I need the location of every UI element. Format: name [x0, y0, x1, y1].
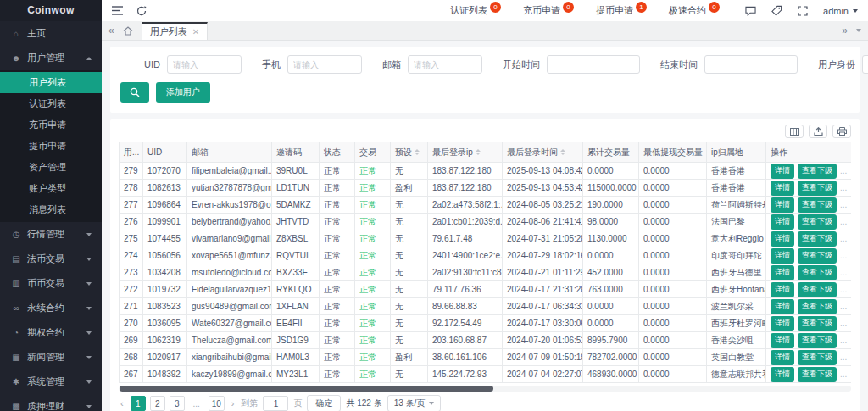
details-button[interactable]: 详情 [771, 316, 794, 331]
cell-last_login_time: 2024-07-20 01:06:51 [503, 332, 583, 349]
view-subordinates-button[interactable]: 查看下级 [798, 197, 837, 213]
sidebar-subitem[interactable]: 消息列表 [0, 199, 102, 220]
sidebar-subitem[interactable]: 资产管理 [0, 157, 102, 178]
filter-input[interactable] [547, 55, 640, 74]
prev-page-icon[interactable]: ‹ [119, 398, 125, 408]
view-subordinates-button[interactable]: 查看下级 [798, 214, 837, 230]
details-button[interactable]: 详情 [771, 282, 794, 297]
sidebar-item[interactable]: ☻用户管理 [0, 46, 102, 70]
page-button[interactable]: 10 [209, 396, 225, 411]
view-subordinates-button[interactable]: 查看下级 [798, 248, 837, 264]
filter-input[interactable] [167, 55, 242, 74]
column-header[interactable]: 最后登录时间 [503, 142, 583, 163]
cell-uid: 1056056 [143, 247, 187, 264]
sidebar-item[interactable]: ∞永续合约 [0, 296, 102, 320]
details-button[interactable]: 详情 [771, 299, 794, 314]
sidebar-item[interactable]: ⌂主页 [0, 21, 102, 46]
details-button[interactable]: 详情 [771, 197, 794, 213]
cell-last_login_ip: 79.61.7.48 [428, 230, 503, 247]
filter-input[interactable] [287, 55, 362, 74]
page-button[interactable]: 3 [170, 396, 185, 411]
horizontal-scrollbar[interactable] [119, 386, 851, 392]
tabs-menu-icon[interactable] [856, 29, 861, 32]
view-subordinates-button[interactable]: 查看下级 [798, 316, 837, 331]
export-icon[interactable] [809, 125, 827, 138]
add-user-button[interactable]: 添加用户 [156, 82, 210, 103]
system-icon: ✱ [10, 377, 22, 386]
details-button[interactable]: 详情 [771, 265, 794, 280]
view-subordinates-button[interactable]: 查看下级 [798, 350, 837, 365]
sidebar-subitem[interactable]: 账户类型 [0, 178, 102, 199]
view-subordinates-button[interactable]: 查看下级 [798, 164, 837, 179]
home-tab-icon[interactable] [123, 26, 133, 36]
refresh-icon[interactable] [136, 6, 147, 16]
page-button[interactable]: 2 [150, 396, 165, 411]
view-subordinates-button[interactable]: 查看下级 [798, 181, 837, 196]
details-button[interactable]: 详情 [771, 367, 794, 382]
tab-user-list[interactable]: 用户列表 ✕ [142, 22, 208, 40]
cell-preset: 无 [391, 366, 428, 383]
scroll-tabs-left-icon[interactable]: « [108, 25, 114, 36]
scroll-tabs-right-icon[interactable]: » [842, 25, 848, 36]
columns-icon[interactable] [785, 125, 804, 138]
sidebar-item[interactable]: ◔期权合约 [0, 320, 102, 345]
filter-field: 开始时间 [503, 55, 640, 74]
details-button[interactable]: 详情 [771, 333, 794, 348]
user-role-select[interactable]: 所有 [862, 55, 868, 74]
sidebar-item[interactable]: ✱系统管理 [0, 369, 102, 394]
user-dropdown[interactable]: admin [823, 6, 858, 16]
cell-id: 271 [120, 298, 143, 315]
cell-last_login_ip: 145.224.72.93 [428, 366, 503, 383]
header-menu-item[interactable]: 提币申请1 [596, 4, 647, 17]
message-icon[interactable] [745, 6, 756, 16]
details-button[interactable]: 详情 [771, 231, 794, 247]
collapse-menu-icon[interactable] [112, 6, 123, 15]
header-menu-item[interactable]: 极速合约0 [669, 4, 720, 17]
view-subordinates-button[interactable]: 查看下级 [798, 333, 837, 348]
print-icon[interactable] [832, 125, 851, 138]
sort-icon[interactable] [476, 149, 481, 155]
sidebar-subitem[interactable]: 提币申请 [0, 136, 102, 157]
sidebar-item[interactable]: ▩质押理财 [0, 394, 102, 411]
filter-input[interactable] [408, 55, 482, 74]
details-button[interactable]: 详情 [771, 350, 794, 365]
tag-icon[interactable] [771, 5, 782, 16]
sidebar-subitem[interactable]: 认证列表 [0, 93, 102, 114]
sidebar-subitem[interactable]: 充币申请 [0, 114, 102, 136]
view-subordinates-button[interactable]: 查看下级 [798, 282, 837, 297]
details-button[interactable]: 详情 [771, 248, 794, 264]
confirm-button[interactable]: 确定 [307, 395, 341, 411]
table-row: 2791072070filipembaleia@gmail...39RU0L正常… [120, 163, 852, 180]
sidebar-item[interactable]: ▥币币交易 [0, 271, 102, 296]
cell-invite_code: RQVTUI [272, 247, 320, 264]
column-header[interactable]: 最后登录ip [428, 142, 503, 163]
view-subordinates-button[interactable]: 查看下级 [798, 299, 837, 314]
close-icon[interactable]: ✕ [192, 27, 199, 36]
header-menu-item[interactable]: 认证列表0 [450, 4, 501, 17]
fullscreen-icon[interactable] [798, 6, 808, 16]
sort-icon[interactable] [415, 149, 420, 155]
sidebar-item[interactable]: ▤法币交易 [0, 247, 102, 271]
page-size-select[interactable]: 13 条/页 [387, 395, 442, 411]
next-page-icon[interactable]: › [230, 398, 236, 408]
sort-icon[interactable] [560, 149, 565, 155]
header-menu-item[interactable]: 充币申请0 [523, 4, 574, 17]
page-button[interactable]: 1 [131, 396, 146, 411]
view-subordinates-button[interactable]: 查看下级 [798, 367, 837, 382]
details-button[interactable]: 详情 [771, 164, 794, 179]
view-subordinates-button[interactable]: 查看下级 [798, 231, 837, 247]
view-subordinates-button[interactable]: 查看下级 [798, 265, 837, 280]
sidebar-item[interactable]: ◷行情管理 [0, 222, 102, 247]
details-button[interactable]: 详情 [771, 181, 794, 196]
sidebar-item-label: 行情管理 [27, 228, 64, 241]
sidebar-subitem[interactable]: 用户列表 [0, 72, 102, 93]
sidebar-item[interactable]: ▦新闻管理 [0, 345, 102, 369]
filter-input[interactable] [704, 55, 798, 74]
details-button[interactable]: 详情 [771, 214, 794, 230]
column-header[interactable]: 预设 [391, 142, 428, 163]
search-button[interactable] [120, 82, 149, 103]
scrollbar-thumb[interactable] [120, 386, 493, 392]
goto-page-input[interactable] [263, 396, 288, 411]
more-actions: ... [840, 318, 847, 327]
cell-email: Thelucza@gmail.com [187, 332, 272, 349]
